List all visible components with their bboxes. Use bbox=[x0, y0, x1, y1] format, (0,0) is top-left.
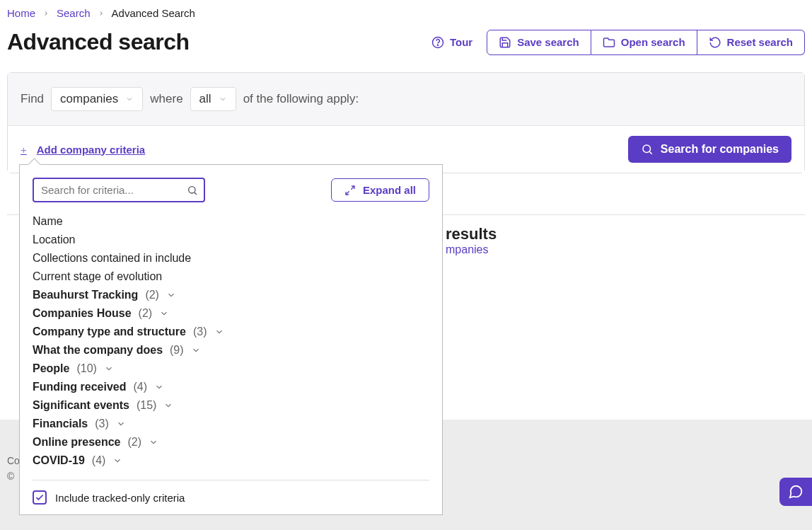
criteria-item-label: COVID-19 bbox=[33, 454, 85, 467]
chevron-down-icon bbox=[116, 419, 126, 429]
include-tracked-checkbox[interactable] bbox=[33, 490, 47, 505]
chevron-down-icon bbox=[166, 290, 176, 300]
criteria-item[interactable]: Location bbox=[33, 231, 429, 249]
chevron-down-icon bbox=[214, 327, 224, 337]
query-panel: Find companies where all of the followin… bbox=[7, 72, 805, 173]
criteria-item-count: (3) bbox=[95, 417, 109, 430]
save-search-label: Save search bbox=[517, 36, 579, 48]
breadcrumb-search[interactable]: Search bbox=[57, 7, 91, 19]
criteria-item[interactable]: Company type and structure(3) bbox=[33, 323, 429, 341]
criteria-item[interactable]: People(10) bbox=[33, 359, 429, 378]
criteria-item-label: Name bbox=[33, 215, 63, 228]
chevron-right-icon bbox=[42, 10, 50, 17]
popover-footer: Include tracked-only criteria bbox=[33, 480, 429, 505]
chat-icon bbox=[788, 484, 804, 500]
criteria-item[interactable]: What the company does(9) bbox=[33, 341, 429, 359]
search-companies-button[interactable]: Search for companies bbox=[628, 136, 791, 163]
page-header: Advanced search Tour Save search Open se… bbox=[0, 25, 812, 72]
svg-line-3 bbox=[649, 151, 651, 154]
criteria-search-input[interactable] bbox=[33, 178, 205, 202]
folder-icon bbox=[603, 36, 615, 49]
chevron-right-icon bbox=[98, 10, 105, 17]
criteria-item-label: Company type and structure bbox=[33, 326, 186, 338]
search-action-group: Save search Open search Reset search bbox=[487, 30, 805, 55]
criteria-item-count: (15) bbox=[137, 399, 156, 412]
search-companies-label: Search for companies bbox=[661, 143, 779, 156]
criteria-item-label: Funding received bbox=[33, 381, 126, 393]
criteria-item[interactable]: Financials(3) bbox=[33, 415, 429, 433]
criteria-item-label: Beauhurst Tracking bbox=[33, 289, 138, 301]
svg-point-1 bbox=[437, 45, 438, 45]
chevron-down-icon bbox=[149, 437, 158, 447]
where-value: all bbox=[199, 92, 211, 106]
query-suffix: of the following apply: bbox=[243, 92, 359, 106]
add-criteria-link[interactable]: + Add company criteria bbox=[21, 144, 145, 156]
expand-all-label: Expand all bbox=[363, 184, 416, 196]
save-icon bbox=[499, 36, 511, 49]
find-select[interactable]: companies bbox=[51, 87, 143, 111]
criteria-item[interactable]: Name bbox=[33, 212, 429, 231]
criteria-item-count: (2) bbox=[128, 436, 142, 449]
criteria-item-label: Current stage of evolution bbox=[33, 270, 162, 283]
criteria-item-count: (2) bbox=[139, 307, 153, 320]
criteria-item[interactable]: Companies House(2) bbox=[33, 304, 429, 323]
criteria-item[interactable]: Beauhurst Tracking(2) bbox=[33, 286, 429, 304]
find-value: companies bbox=[60, 92, 118, 106]
chevron-down-icon bbox=[219, 95, 227, 103]
criteria-item-label: Companies House bbox=[33, 307, 132, 320]
reset-icon bbox=[709, 36, 721, 49]
criteria-item[interactable]: Collections contained in include bbox=[33, 249, 429, 267]
include-tracked-label: Include tracked-only criteria bbox=[55, 492, 185, 504]
svg-line-6 bbox=[351, 186, 354, 190]
criteria-item-count: (4) bbox=[92, 454, 106, 467]
criteria-item[interactable]: COVID-19(4) bbox=[33, 451, 429, 470]
criteria-search-wrap bbox=[33, 178, 205, 202]
breadcrumb-home[interactable]: Home bbox=[7, 7, 35, 19]
reset-search-button[interactable]: Reset search bbox=[697, 30, 805, 55]
chevron-down-icon bbox=[159, 309, 169, 318]
expand-icon bbox=[344, 185, 356, 196]
criteria-item[interactable]: Significant events(15) bbox=[33, 396, 429, 415]
criteria-item-label: What the company does bbox=[33, 344, 163, 357]
criteria-item-label: Online presence bbox=[33, 436, 121, 449]
reset-search-label: Reset search bbox=[727, 36, 793, 48]
tour-label: Tour bbox=[450, 36, 472, 48]
expand-all-button[interactable]: Expand all bbox=[331, 178, 429, 202]
add-criteria-label: Add company criteria bbox=[37, 144, 145, 156]
page-title: Advanced search bbox=[7, 29, 190, 55]
svg-line-7 bbox=[346, 191, 349, 195]
criteria-item-label: Collections contained in include bbox=[33, 252, 191, 265]
criteria-item-count: (3) bbox=[193, 326, 207, 338]
criteria-item-label: People bbox=[33, 362, 69, 375]
popover-head: Expand all bbox=[33, 178, 429, 202]
search-icon bbox=[641, 143, 654, 156]
plus-icon: + bbox=[21, 144, 27, 156]
criteria-item-label: Significant events bbox=[33, 399, 129, 412]
tour-link[interactable]: Tour bbox=[431, 36, 472, 49]
query-sentence: Find companies where all of the followin… bbox=[8, 73, 804, 126]
breadcrumb: Home Search Advanced Search bbox=[0, 0, 812, 25]
criteria-item[interactable]: Current stage of evolution bbox=[33, 267, 429, 286]
save-search-button[interactable]: Save search bbox=[487, 30, 591, 55]
chevron-down-icon bbox=[154, 382, 164, 392]
chat-fab[interactable] bbox=[779, 478, 812, 506]
find-label: Find bbox=[21, 92, 44, 106]
criteria-item[interactable]: Funding received(4) bbox=[33, 378, 429, 396]
chevron-down-icon bbox=[112, 456, 122, 466]
criteria-item-label: Location bbox=[33, 234, 76, 246]
open-search-button[interactable]: Open search bbox=[591, 30, 697, 55]
criteria-item[interactable]: Online presence(2) bbox=[33, 433, 429, 451]
criteria-item-label: Financials bbox=[33, 417, 88, 430]
chevron-down-icon bbox=[191, 345, 201, 355]
open-search-label: Open search bbox=[621, 36, 685, 48]
where-select[interactable]: all bbox=[190, 87, 236, 111]
criteria-item-count: (9) bbox=[170, 344, 184, 357]
criteria-popover: Expand all NameLocationCollections conta… bbox=[19, 164, 443, 515]
criteria-list: NameLocationCollections contained in inc… bbox=[33, 212, 429, 470]
header-actions: Tour Save search Open search Reset searc… bbox=[431, 30, 805, 55]
where-label: where bbox=[150, 92, 182, 106]
criteria-item-count: (4) bbox=[133, 381, 147, 393]
chevron-down-icon bbox=[125, 95, 134, 103]
chevron-down-icon bbox=[163, 401, 173, 410]
svg-point-2 bbox=[643, 145, 651, 153]
